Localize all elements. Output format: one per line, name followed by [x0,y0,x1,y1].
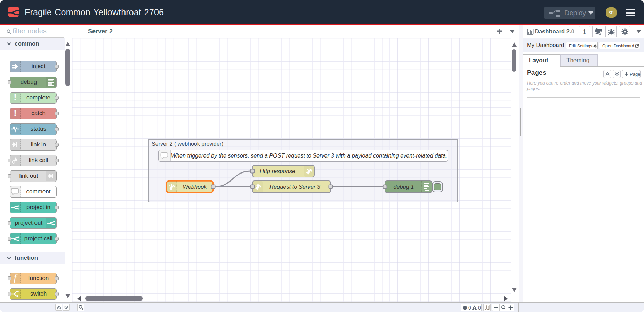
svg-text:Webhook: Webhook [183,184,207,190]
svg-text:Server 2 ( webhook provider): Server 2 ( webhook provider) [152,141,223,147]
svg-text:Request to Server 3: Request to Server 3 [269,184,320,190]
svg-text:debug 1: debug 1 [393,184,414,190]
svg-text:When triggered by the sensors,: When triggered by the sensors, send a PO… [171,152,448,159]
svg-text:Http response: Http response [260,168,295,174]
